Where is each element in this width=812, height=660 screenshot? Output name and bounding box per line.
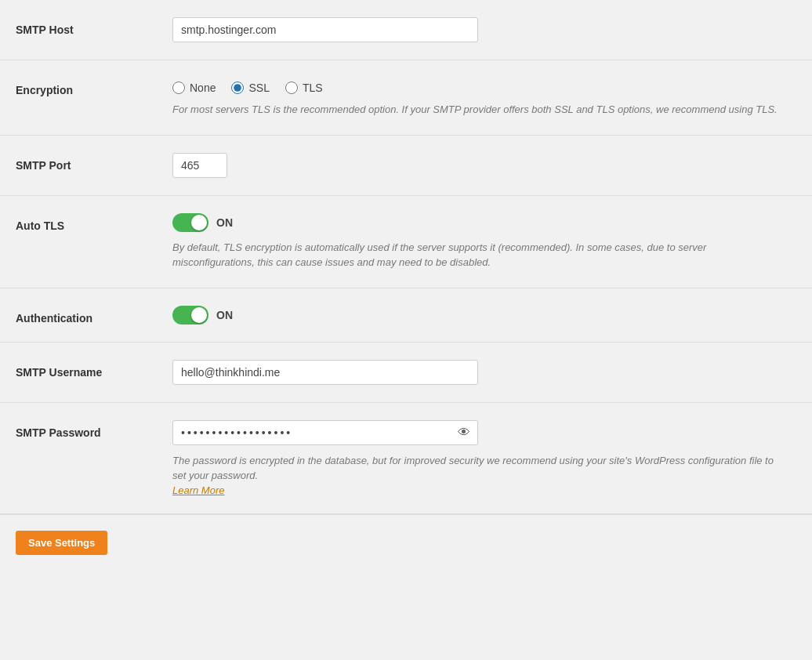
smtp-host-row: SMTP Host bbox=[0, 0, 812, 60]
encryption-tls-radio[interactable] bbox=[285, 82, 298, 94]
smtp-host-label: SMTP Host bbox=[16, 17, 172, 36]
authentication-thumb bbox=[191, 307, 207, 323]
smtp-username-input[interactable] bbox=[172, 360, 478, 385]
encryption-label: Encryption bbox=[16, 78, 172, 96]
auto-tls-content: ON By default, TLS encryption is automat… bbox=[172, 213, 796, 270]
save-button-row: Save Settings bbox=[0, 514, 812, 571]
authentication-content: ON bbox=[172, 306, 796, 325]
encryption-content: None SSL TLS For most servers TLS is the… bbox=[172, 78, 796, 118]
encryption-tls-label: TLS bbox=[303, 82, 323, 94]
encryption-ssl-label: SSL bbox=[248, 82, 269, 94]
smtp-password-row: SMTP Password 👁 The password is encrypte… bbox=[0, 403, 812, 514]
password-wrapper: 👁 bbox=[172, 420, 478, 445]
smtp-port-label: SMTP Port bbox=[16, 153, 172, 172]
auto-tls-row: Auto TLS ON By default, TLS encryption i… bbox=[0, 196, 812, 288]
smtp-username-row: SMTP Username bbox=[0, 343, 812, 403]
authentication-state-label: ON bbox=[216, 309, 233, 321]
encryption-tls-option[interactable]: TLS bbox=[285, 82, 323, 94]
encryption-ssl-option[interactable]: SSL bbox=[231, 82, 269, 94]
authentication-toggle[interactable] bbox=[172, 306, 208, 325]
encryption-ssl-radio[interactable] bbox=[231, 82, 244, 94]
auto-tls-state-label: ON bbox=[216, 216, 233, 229]
encryption-radio-group: None SSL TLS bbox=[172, 82, 796, 94]
smtp-username-content bbox=[172, 360, 796, 385]
smtp-password-input[interactable] bbox=[172, 420, 478, 445]
save-settings-button[interactable]: Save Settings bbox=[16, 531, 107, 555]
smtp-host-input[interactable] bbox=[172, 17, 478, 42]
smtp-port-input[interactable] bbox=[172, 153, 227, 178]
settings-container: Niraj Kashyap SMTP Host Encryption None … bbox=[0, 0, 812, 571]
smtp-port-content bbox=[172, 153, 796, 178]
smtp-password-content: 👁 The password is encrypted in the datab… bbox=[172, 420, 796, 496]
smtp-username-label: SMTP Username bbox=[16, 360, 172, 379]
smtp-host-content bbox=[172, 17, 796, 42]
auto-tls-label: Auto TLS bbox=[16, 213, 172, 232]
smtp-password-label: SMTP Password bbox=[16, 420, 172, 439]
auto-tls-toggle[interactable] bbox=[172, 213, 208, 232]
smtp-port-row: SMTP Port bbox=[0, 136, 812, 196]
learn-more-link[interactable]: Learn More bbox=[172, 484, 224, 496]
encryption-row: Encryption None SSL TLS For most servers… bbox=[0, 60, 812, 136]
auto-tls-toggle-row: ON bbox=[172, 213, 796, 232]
encryption-none-option[interactable]: None bbox=[172, 82, 216, 94]
smtp-password-hint: The password is encrypted in the databas… bbox=[172, 453, 784, 484]
authentication-label: Authentication bbox=[16, 306, 172, 325]
auto-tls-hint: By default, TLS encryption is automatica… bbox=[172, 240, 784, 270]
auto-tls-thumb bbox=[191, 215, 207, 230]
authentication-toggle-row: ON bbox=[172, 306, 796, 325]
encryption-none-radio[interactable] bbox=[172, 82, 185, 94]
authentication-row: Authentication ON bbox=[0, 288, 812, 343]
password-toggle-visibility-button[interactable]: 👁 bbox=[458, 426, 470, 440]
encryption-hint: For most servers TLS is the recommended … bbox=[172, 102, 784, 118]
encryption-none-label: None bbox=[190, 82, 216, 94]
